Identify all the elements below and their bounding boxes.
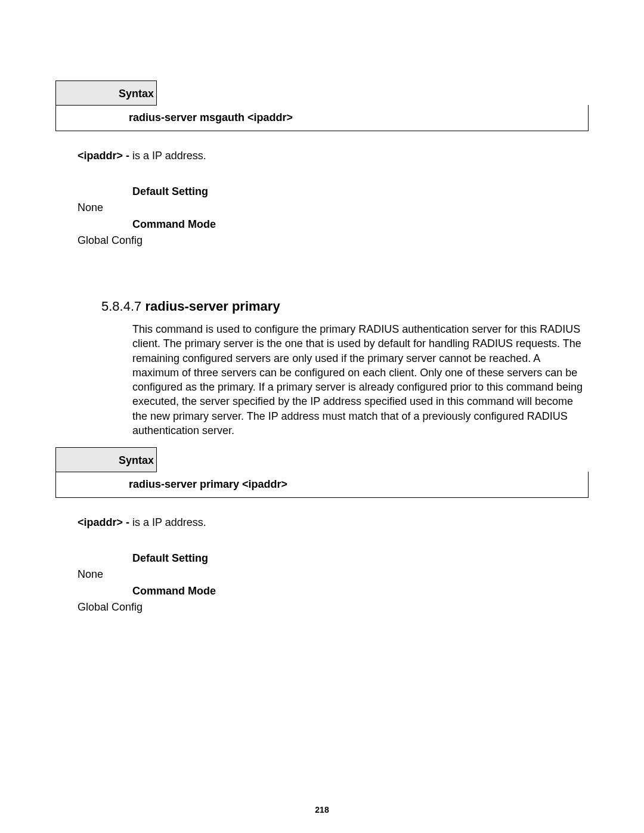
section-title: radius-server primary [141, 299, 280, 314]
syntax-box-2: Syntax radius-server primary <ipaddr> [55, 447, 589, 498]
syntax-command-1: radius-server msgauth <ipaddr> [55, 105, 589, 131]
param-desc-1: <ipaddr> - is a IP address. [78, 149, 584, 163]
section-heading: 5.8.4.7 radius-server primary [101, 298, 280, 315]
param-name-1: <ipaddr> - [78, 150, 132, 162]
syntax-header-1: Syntax [55, 80, 157, 106]
syntax-command-2: radius-server primary <ipaddr> [55, 472, 589, 498]
command-mode-label-1: Command Mode [132, 218, 216, 231]
default-setting-label-1: Default Setting [132, 185, 208, 199]
default-setting-value-1: None [78, 201, 103, 215]
page-number: 218 [0, 804, 644, 815]
command-mode-value-2: Global Config [78, 600, 143, 614]
default-setting-label-2: Default Setting [132, 552, 208, 565]
default-setting-value-2: None [78, 568, 103, 581]
param-text-2: is a IP address. [132, 516, 206, 528]
param-name-2: <ipaddr> - [78, 516, 132, 528]
command-mode-label-2: Command Mode [132, 584, 216, 598]
param-desc-2: <ipaddr> - is a IP address. [78, 516, 584, 529]
syntax-header-2: Syntax [55, 447, 157, 472]
command-mode-value-1: Global Config [78, 234, 143, 247]
section-body: This command is used to configure the pr… [132, 322, 584, 438]
syntax-box-1: Syntax radius-server msgauth <ipaddr> [55, 80, 589, 131]
section-number: 5.8.4.7 [101, 299, 141, 314]
param-text-1: is a IP address. [132, 150, 206, 162]
